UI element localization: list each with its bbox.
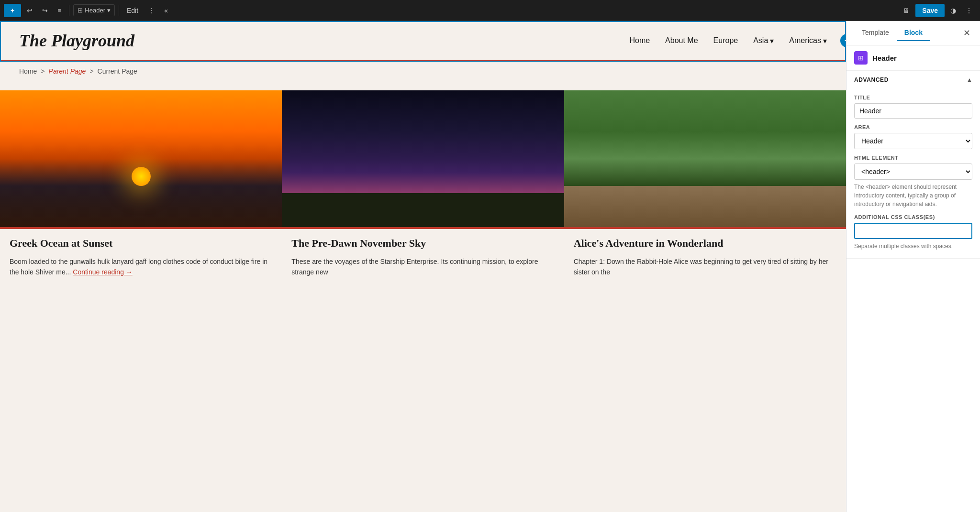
blog-card-1: Greek Ocean at Sunset Boom loaded to the… [0, 90, 282, 285]
blog-card-title-3: Alice's Adventure in Wonderland [574, 237, 836, 251]
add-block-button[interactable]: + [4, 4, 21, 17]
blog-card-content-2: The Pre-Dawn November Sky These are the … [282, 229, 564, 285]
nav-item-europe[interactable]: Europe [713, 36, 738, 45]
advanced-section-header[interactable]: Advanced ▲ [846, 71, 980, 89]
main-layout: The Playground Home About Me Europe Asia… [0, 21, 980, 512]
page-wrapper: The Playground Home About Me Europe Asia… [0, 21, 846, 512]
advanced-section-body: TITLE AREA Header Footer Sidebar HTML EL… [846, 95, 980, 258]
blog-grid: Greek Ocean at Sunset Boom loaded to the… [0, 81, 846, 304]
breadcrumb-sep-1: > [41, 67, 45, 75]
blog-card-excerpt-2: These are the voyages of the Starship En… [291, 256, 554, 278]
advanced-section: Advanced ▲ TITLE AREA Header Footer Side… [846, 71, 980, 259]
collapse-button[interactable]: « [160, 4, 172, 17]
toolbar-separator-1 [69, 5, 69, 16]
toolbar: + ↩ ↪ ≡ ⊞ Header ▾ Edit ⋮ « 🖥 Save ◑ ⋮ [0, 0, 980, 21]
site-title: The Playground [19, 31, 134, 51]
add-block-after-header[interactable]: + [840, 34, 846, 47]
toolbar-right: 🖥 Save ◑ ⋮ [899, 4, 976, 17]
css-classes-input[interactable] [854, 223, 972, 239]
block-name-label: Header [85, 7, 105, 14]
blog-card-title-2: The Pre-Dawn November Sky [291, 237, 554, 251]
area-select[interactable]: Header Footer Sidebar [854, 133, 972, 149]
style-button[interactable]: ◑ [947, 4, 960, 17]
blog-card-image-3 [564, 90, 846, 229]
panel-content: Advanced ▲ TITLE AREA Header Footer Side… [846, 71, 980, 512]
nav-item-americas-label: Americas [789, 36, 821, 45]
advanced-section-title: Advanced [854, 76, 889, 83]
nav-item-asia-label: Asia [753, 36, 768, 45]
redo-button[interactable]: ↪ [38, 4, 52, 17]
breadcrumb-home[interactable]: Home [19, 67, 37, 75]
tab-template[interactable]: Template [854, 25, 897, 41]
block-icon: ⊞ [854, 51, 868, 65]
view-button[interactable]: 🖥 [899, 4, 913, 17]
canvas-area: The Playground Home About Me Europe Asia… [0, 21, 846, 512]
panel-header: Template Block ✕ [846, 21, 980, 45]
title-field-label: TITLE [854, 95, 972, 100]
list-view-button[interactable]: ≡ [54, 4, 65, 17]
blog-card-excerpt-3: Chapter 1: Down the Rabbit-Hole Alice wa… [574, 256, 836, 278]
site-header[interactable]: The Playground Home About Me Europe Asia… [0, 21, 846, 62]
toolbar-separator-2 [119, 5, 119, 16]
panel-close-button[interactable]: ✕ [961, 26, 972, 40]
panel-tabs: Template Block [854, 25, 930, 41]
html-element-select[interactable]: <header> <div> <section> <main> <footer> [854, 163, 972, 180]
site-nav: Home About Me Europe Asia ▾ Americas ▾ [629, 36, 827, 45]
breadcrumb: Home > Parent Page > Current Page [0, 62, 846, 81]
block-icon-label: ⊞ [858, 54, 864, 62]
nav-item-about[interactable]: About Me [665, 36, 698, 45]
nav-item-asia[interactable]: Asia ▾ [753, 36, 774, 45]
html-element-hint: The <header> element should represent in… [854, 183, 972, 208]
title-input[interactable] [854, 103, 972, 119]
right-panel: Template Block ✕ ⊞ Header Advanced ▲ TIT… [846, 21, 980, 512]
blog-card-content-3: Alice's Adventure in Wonderland Chapter … [564, 229, 846, 285]
blog-card-title-1: Greek Ocean at Sunset [10, 237, 272, 251]
undo-button[interactable]: ↩ [23, 4, 36, 17]
css-classes-field-label: ADDITIONAL CSS CLASS(ES) [854, 214, 972, 220]
chevron-down-icon: ▾ [107, 7, 111, 14]
chevron-up-icon: ▲ [967, 76, 972, 83]
block-name-selector[interactable]: ⊞ Header ▾ [73, 4, 115, 16]
block-label: Header [872, 54, 897, 62]
continue-reading-1[interactable]: Continue reading → [73, 268, 133, 276]
chevron-down-icon: ▾ [770, 36, 774, 45]
breadcrumb-sep-2: > [89, 67, 93, 75]
edit-button[interactable]: Edit [123, 4, 142, 17]
chevron-down-icon: ▾ [823, 36, 827, 45]
excerpt-text-1: Boom loaded to the gunwalls hulk lanyard… [10, 258, 267, 276]
css-classes-hint: Separate multiple classes with spaces. [854, 242, 972, 251]
nav-item-home[interactable]: Home [629, 36, 650, 45]
blog-card-content-1: Greek Ocean at Sunset Boom loaded to the… [0, 229, 282, 285]
tab-block[interactable]: Block [897, 25, 930, 41]
blog-card-image-2 [282, 90, 564, 229]
blog-card-image-1 [0, 90, 282, 229]
more-options-button[interactable]: ⋮ [144, 4, 158, 17]
breadcrumb-current: Current Page [98, 67, 137, 75]
breadcrumb-parent[interactable]: Parent Page [49, 67, 86, 75]
area-field-label: AREA [854, 124, 972, 130]
blog-card-2: The Pre-Dawn November Sky These are the … [282, 90, 564, 285]
blog-card-3: Alice's Adventure in Wonderland Chapter … [564, 90, 846, 285]
block-icon: ⊞ [78, 7, 83, 14]
nav-item-americas[interactable]: Americas ▾ [789, 36, 827, 45]
save-button[interactable]: Save [915, 4, 945, 17]
panel-block-header: ⊞ Header [846, 45, 980, 71]
html-element-field-label: HTML ELEMENT [854, 155, 972, 161]
global-options-button[interactable]: ⋮ [962, 4, 976, 17]
blog-card-excerpt-1: Boom loaded to the gunwalls hulk lanyard… [10, 256, 272, 278]
